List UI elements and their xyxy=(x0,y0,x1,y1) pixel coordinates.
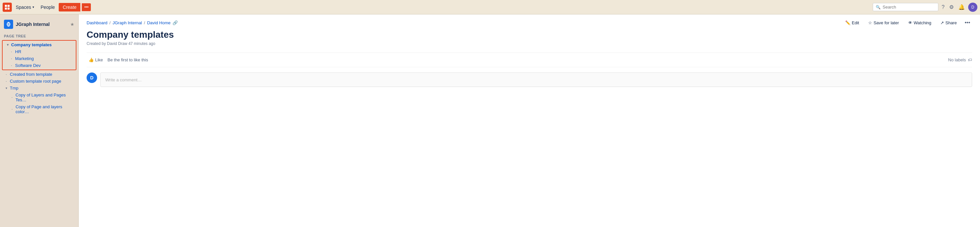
space-icon xyxy=(4,20,13,29)
search-box[interactable]: 🔍 xyxy=(873,3,939,11)
bullet-icon: • xyxy=(4,73,8,75)
people-button[interactable]: People xyxy=(38,3,58,11)
comment-area: D Write a comment… xyxy=(87,73,972,87)
settings-button[interactable]: ⚙ xyxy=(948,3,955,11)
edit-label: Edit xyxy=(852,20,859,25)
create-more-label: ••• xyxy=(84,5,89,10)
first-like-text: Be the first to like this xyxy=(108,57,148,62)
tree-highlight-box: ▾ Company templates • HR • Marketing • S… xyxy=(2,40,76,70)
eye-icon: 👁 xyxy=(908,20,912,25)
search-input[interactable] xyxy=(883,5,935,10)
people-label: People xyxy=(41,5,55,10)
main-layout: JGraph Internal ★ PAGE TREE ▾ Company te… xyxy=(0,14,980,227)
top-nav: Spaces ▾ People Create ••• 🔍 ? ⚙ 🔔 D xyxy=(0,0,980,14)
search-icon: 🔍 xyxy=(876,5,881,10)
no-labels-text: No labels xyxy=(948,57,966,62)
star-icon: ☆ xyxy=(868,20,872,25)
sidebar: JGraph Internal ★ PAGE TREE ▾ Company te… xyxy=(0,14,79,227)
spaces-button[interactable]: Spaces ▾ xyxy=(13,3,37,11)
avatar-letter: D xyxy=(90,75,94,80)
like-label: Like xyxy=(95,57,103,62)
logo-icon[interactable] xyxy=(3,3,12,12)
create-more-button[interactable]: ••• xyxy=(82,3,91,11)
like-left: 👍 Like Be the first to like this xyxy=(87,57,148,63)
copy-link-icon[interactable]: 🔗 xyxy=(172,20,178,25)
edit-icon: ✏️ xyxy=(845,20,850,25)
watching-label: Watching xyxy=(914,20,931,25)
tree-item-company-templates[interactable]: ▾ Company templates xyxy=(3,41,76,48)
main-content: Dashboard / JGraph Internal / David Home… xyxy=(79,14,980,227)
bullet-icon: • xyxy=(10,97,14,98)
breadcrumb-dashboard[interactable]: Dashboard xyxy=(87,20,108,25)
tree-item-created-from-template[interactable]: • Created from template xyxy=(0,71,78,78)
tmp-link[interactable]: Tmp xyxy=(10,86,18,90)
label-icon: 🏷 xyxy=(968,57,972,62)
breadcrumb-sep: / xyxy=(110,20,111,25)
marketing-link[interactable]: Marketing xyxy=(15,56,34,61)
share-icon: ↗ xyxy=(940,20,944,25)
star-button[interactable]: ★ xyxy=(70,22,75,27)
bullet-icon: • xyxy=(9,58,14,60)
create-button[interactable]: Create xyxy=(59,3,80,11)
spaces-label: Spaces xyxy=(16,5,31,10)
tree-item-hr[interactable]: • HR xyxy=(3,48,76,55)
comment-input[interactable]: Write a comment… xyxy=(100,73,972,87)
page-body: Company templates Created by David Draw … xyxy=(79,30,980,95)
nav-right: 🔍 ? ⚙ 🔔 D xyxy=(873,3,977,12)
breadcrumb-david-home[interactable]: David Home xyxy=(147,20,170,25)
custom-template-root-link[interactable]: Custom template root page xyxy=(10,79,61,84)
tree-item-marketing[interactable]: • Marketing xyxy=(3,55,76,62)
save-label: Save for later xyxy=(873,20,899,25)
save-for-later-button[interactable]: ☆ Save for later xyxy=(865,19,902,27)
share-label: Share xyxy=(945,20,957,25)
bullet-icon: • xyxy=(9,51,14,53)
comment-avatar: D xyxy=(87,73,97,83)
edit-button[interactable]: ✏️ Edit xyxy=(842,19,862,27)
space-name: JGraph Internal xyxy=(16,22,68,27)
breadcrumb: Dashboard / JGraph Internal / David Home… xyxy=(87,20,178,25)
tree-item-copy-page[interactable]: • Copy of Page and layers color… xyxy=(0,103,78,115)
user-avatar[interactable]: D xyxy=(968,3,977,12)
nav-left: Spaces ▾ People Create ••• xyxy=(3,3,91,12)
breadcrumb-bar: Dashboard / JGraph Internal / David Home… xyxy=(79,14,980,30)
copy-layers-link[interactable]: Copy of Layers and Pages Tes… xyxy=(16,92,75,102)
more-label: ••• xyxy=(964,20,970,25)
tree-item-custom-template-root[interactable]: • Custom template root page xyxy=(0,78,78,85)
more-actions-button[interactable]: ••• xyxy=(963,18,972,27)
copy-page-link[interactable]: Copy of Page and layers color… xyxy=(16,104,75,114)
tree-item-tmp[interactable]: ▾ Tmp xyxy=(0,85,78,92)
like-row: 👍 Like Be the first to like this No labe… xyxy=(87,52,972,67)
bullet-icon: • xyxy=(9,65,14,67)
like-icon: 👍 xyxy=(89,57,94,62)
comment-placeholder: Write a comment… xyxy=(105,78,142,83)
help-button[interactable]: ? xyxy=(940,3,946,11)
breadcrumb-jgraph[interactable]: JGraph Internal xyxy=(113,20,142,25)
notifications-button[interactable]: 🔔 xyxy=(957,3,966,11)
like-button[interactable]: 👍 Like xyxy=(87,57,105,63)
share-button[interactable]: ↗ Share xyxy=(937,19,960,27)
avatar-letter: D xyxy=(972,5,974,10)
page-meta: Created by David Draw 47 minutes ago xyxy=(87,41,972,46)
watching-button[interactable]: 👁 Watching xyxy=(905,19,935,27)
svg-rect-3 xyxy=(8,7,10,9)
page-tree-label: PAGE TREE xyxy=(0,32,78,40)
page-title: Company templates xyxy=(87,30,972,40)
create-label: Create xyxy=(63,5,76,10)
bullet-icon: • xyxy=(4,80,8,83)
svg-rect-1 xyxy=(8,5,10,6)
tree-item-copy-layers[interactable]: • Copy of Layers and Pages Tes… xyxy=(0,92,78,103)
tree-item-software-dev[interactable]: • Software Dev xyxy=(3,62,76,69)
toggle-icon: ▾ xyxy=(5,43,10,47)
labels-right: No labels 🏷 xyxy=(948,57,972,62)
created-from-template-link[interactable]: Created from template xyxy=(10,72,52,77)
svg-rect-0 xyxy=(5,5,7,6)
company-templates-link[interactable]: Company templates xyxy=(11,42,52,47)
svg-rect-2 xyxy=(5,7,7,9)
toggle-icon: ▾ xyxy=(4,86,8,90)
hr-link[interactable]: HR xyxy=(15,49,21,54)
space-header[interactable]: JGraph Internal ★ xyxy=(0,17,78,32)
bullet-icon: • xyxy=(10,108,14,110)
page-actions: ✏️ Edit ☆ Save for later 👁 Watching ↗ Sh… xyxy=(842,18,972,27)
chevron-down-icon: ▾ xyxy=(32,5,34,9)
software-dev-link[interactable]: Software Dev xyxy=(15,63,41,68)
